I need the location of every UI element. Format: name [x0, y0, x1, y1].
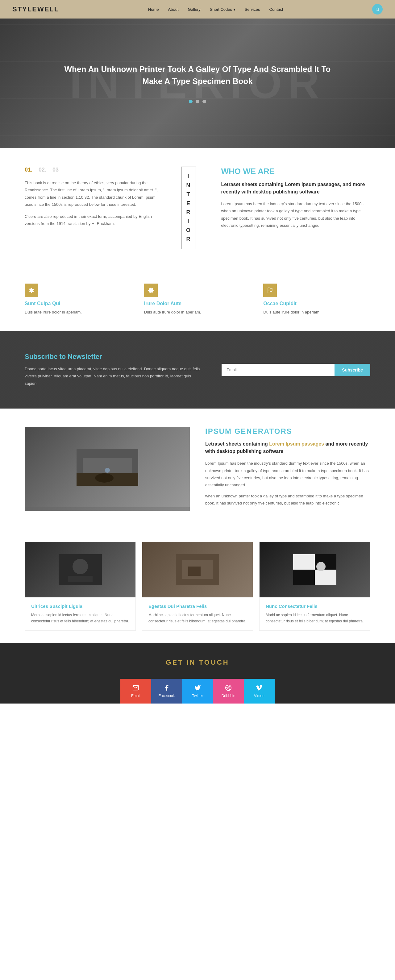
features-section: Sunt Culpa Qui Duis aute irure dolor in …	[0, 268, 395, 331]
dribbble-label: Dribbble	[221, 694, 236, 698]
who-title: WHO WE ARE	[221, 167, 370, 176]
who-right: WHO WE ARE Letraset sheets containing Lo…	[215, 167, 370, 249]
who-tab-2[interactable]: 02.	[38, 167, 46, 173]
svg-rect-13	[293, 554, 315, 570]
gear-icon	[29, 287, 35, 293]
nav-shortcodes[interactable]: Short Codes ▾	[210, 7, 236, 12]
card-1-image	[25, 542, 135, 597]
hero-title: When An Unknown Printer Took A Galley Of…	[62, 63, 333, 88]
card-2-image	[142, 542, 253, 597]
ipsum-right: IPSUM GENERATORS Letraset sheets contain…	[205, 427, 370, 511]
settings-icon-box	[144, 283, 158, 297]
ipsum-text-1: Lorem Ipsum has been the industry's stan…	[205, 460, 370, 489]
ipsum-subtitle: Letraset sheets containing Lorem Ipsum p…	[205, 440, 370, 455]
facebook-label: Facebook	[159, 694, 175, 698]
feature-2-text: Duis aute irure dolor in aperiam.	[144, 309, 201, 316]
svg-rect-15	[293, 570, 315, 585]
who-tab-3[interactable]: 03	[53, 167, 59, 173]
hero-content: When An Unknown Printer Took A Galley Of…	[0, 63, 395, 103]
nav-contact[interactable]: Contact	[269, 7, 283, 12]
ipsum-link[interactable]: Lorem Ipsum passages	[269, 441, 324, 447]
card-3-title: Nunc Consectetur Felis	[266, 603, 364, 609]
who-tabs: 01. 02. 03	[25, 167, 162, 173]
svg-rect-16	[315, 570, 336, 585]
flag-icon-box	[263, 283, 277, 297]
dribbble-social-button[interactable]: Dribbble	[213, 679, 244, 703]
settings-icon	[148, 287, 154, 293]
nav-home[interactable]: Home	[148, 7, 159, 12]
card-2-illustration	[176, 554, 219, 585]
kitchen-illustration	[76, 449, 138, 486]
search-button[interactable]	[372, 4, 383, 14]
footer: GET IN TOUCH Email Facebook Twitter Drib…	[0, 643, 395, 703]
card-1: Ultrices Suscipit Ligula Morbi ac sapien…	[25, 541, 136, 631]
interior-box: I N T E R I O R	[181, 167, 196, 249]
card-3: Nunc Consectetur Felis Morbi ac sapien i…	[259, 541, 370, 631]
newsletter-form: Subscribe	[221, 364, 370, 376]
brand: STYLEWELL	[12, 5, 59, 13]
twitter-social-button[interactable]: Twitter	[182, 679, 213, 703]
svg-rect-11	[188, 566, 201, 576]
feature-2-title: Irure Dolor Aute	[144, 301, 182, 306]
feature-1: Sunt Culpa Qui Duis aute irure dolor in …	[25, 283, 132, 316]
ipsum-image	[25, 427, 190, 511]
nav-gallery[interactable]: Gallery	[188, 7, 201, 12]
hero-dot-1[interactable]	[189, 100, 193, 103]
card-3-body: Nunc Consectetur Felis Morbi ac sapien i…	[260, 597, 370, 631]
ipsum-image-inner	[25, 427, 190, 507]
card-1-title: Ultrices Suscipit Ligula	[31, 603, 129, 609]
card-1-illustration	[59, 554, 102, 585]
card-2: Egestas Dui Pharetra Felis Morbi ac sapi…	[142, 541, 253, 631]
hero-dots	[62, 100, 333, 103]
hero-dot-2[interactable]	[196, 100, 199, 103]
card-2-body: Egestas Dui Pharetra Felis Morbi ac sapi…	[142, 597, 253, 631]
who-tab-1[interactable]: 01.	[25, 167, 32, 173]
svg-rect-8	[68, 576, 92, 582]
svg-point-5	[105, 468, 110, 473]
feature-1-title: Sunt Culpa Qui	[25, 301, 61, 306]
who-subtitle: Letraset sheets containing Lorem Ipsum p…	[221, 181, 370, 196]
newsletter-title: Subscribe to Newsletter	[25, 353, 203, 361]
nav-about[interactable]: About	[168, 7, 179, 12]
ipsum-section: IPSUM GENERATORS Letraset sheets contain…	[0, 409, 395, 529]
feature-1-text: Duis aute irure dolor in aperiam.	[25, 309, 82, 316]
email-social-button[interactable]: Email	[120, 679, 151, 703]
hero-dot-3[interactable]	[202, 100, 206, 103]
who-left: 01. 02. 03 This book is a treatise on th…	[25, 167, 162, 249]
who-we-are-section: 01. 02. 03 This book is a treatise on th…	[0, 148, 395, 268]
social-links: Email Facebook Twitter Dribbble Vimeo	[25, 679, 370, 703]
svg-point-7	[73, 559, 88, 574]
email-icon	[132, 684, 139, 691]
gear-icon-box	[25, 283, 38, 297]
card-3-image	[260, 542, 370, 597]
vimeo-social-button[interactable]: Vimeo	[244, 679, 275, 703]
feature-3-text: Duis aute irure dolor in aperiam.	[263, 309, 320, 316]
facebook-social-button[interactable]: Facebook	[151, 679, 182, 703]
facebook-icon	[163, 684, 170, 691]
nav-services[interactable]: Services	[245, 7, 260, 12]
twitter-icon	[194, 684, 201, 691]
who-text-2: Cicero are also reproduced in their exac…	[25, 213, 162, 228]
twitter-label: Twitter	[192, 694, 203, 698]
card-1-text: Morbi ac sapien id lectus fermentum aliq…	[31, 612, 129, 625]
who-text-1: This book is a treatise on the theory of…	[25, 179, 162, 208]
card-3-illustration	[293, 554, 336, 585]
vimeo-icon	[256, 684, 263, 691]
svg-point-17	[316, 562, 326, 571]
who-desc: Lorem Ipsum has been the industry's stan…	[221, 200, 370, 229]
footer-title: GET IN TOUCH	[25, 659, 370, 667]
ipsum-text-2: when an unknown printer took a galley of…	[205, 492, 370, 507]
email-input[interactable]	[221, 364, 334, 376]
dribbble-icon	[225, 684, 232, 691]
ipsum-title: IPSUM GENERATORS	[205, 427, 370, 436]
newsletter-left: Subscribe to Newsletter Donec porta lacu…	[25, 353, 203, 387]
subscribe-button[interactable]: Subscribe	[334, 364, 370, 376]
email-label: Email	[131, 694, 140, 698]
newsletter-text: Donec porta lacus vitae urna placerat, v…	[25, 365, 203, 387]
card-3-text: Morbi ac sapien id lectus fermentum aliq…	[266, 612, 364, 625]
svg-point-4	[95, 473, 113, 483]
flag-icon	[267, 287, 273, 293]
interior-divider: I N T E R I O R	[175, 167, 202, 249]
navbar: STYLEWELL Home About Gallery Short Codes…	[0, 0, 395, 19]
card-2-title: Egestas Dui Pharetra Felis	[148, 603, 247, 609]
